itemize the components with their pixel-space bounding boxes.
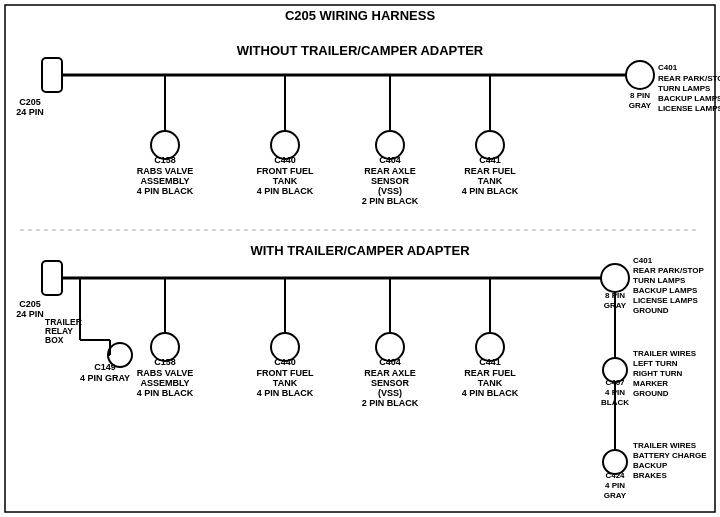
c440-s1-label4: 4 PIN BLACK — [257, 186, 314, 196]
c205-s2-label: C205 — [19, 299, 41, 309]
c424-desc2: BATTERY CHARGE — [633, 451, 707, 460]
c441-s1-label4: 4 PIN BLACK — [462, 186, 519, 196]
c205-s2-connector — [42, 261, 62, 295]
c440-s2-label1: C440 — [274, 357, 296, 367]
c205-s1-label: C205 — [19, 97, 41, 107]
c404-s2-label5: 2 PIN BLACK — [362, 398, 419, 408]
c401-s1-label: C401 — [658, 63, 678, 72]
c404-s1-connector — [376, 131, 404, 159]
c407-desc3: RIGHT TURN — [633, 369, 683, 378]
c441-s1-label2: REAR FUEL — [464, 166, 516, 176]
c401-s1-pinlabel: 8 PIN — [630, 91, 650, 100]
trailer-relay-label1: TRAILER — [45, 317, 82, 327]
c205-s1-connector — [42, 58, 62, 92]
c404-s1-label2: REAR AXLE — [364, 166, 416, 176]
c441-s1-label3: TANK — [478, 176, 503, 186]
c401-s1-pin2: TURN LAMPS — [658, 84, 711, 93]
c158-s2-label1: C158 — [154, 357, 176, 367]
c401-s2-desc3: BACKUP LAMPS — [633, 286, 698, 295]
c401-s1-pin3: BACKUP LAMPS — [658, 94, 720, 103]
c401-s2-connector — [601, 264, 629, 292]
c407-desc5: GROUND — [633, 389, 669, 398]
c401-s2-desc2: TURN LAMPS — [633, 276, 686, 285]
c404-s2-connector — [376, 333, 404, 361]
c440-s1-label3: TANK — [273, 176, 298, 186]
c424-desc3: BACKUP — [633, 461, 668, 470]
c401-s2-desc4: LICENSE LAMPS — [633, 296, 699, 305]
c424-connector — [603, 450, 627, 474]
c440-s1-connector — [271, 131, 299, 159]
c401-s2-gray: GRAY — [604, 301, 627, 310]
c440-s1-label2: FRONT FUEL — [257, 166, 314, 176]
c407-desc4: MARKER — [633, 379, 668, 388]
c407-label1: C407 — [605, 378, 625, 387]
border — [5, 5, 715, 512]
c424-desc1: TRAILER WIRES — [633, 441, 697, 450]
c407-connector — [603, 358, 627, 382]
c440-s2-label3: TANK — [273, 378, 298, 388]
c441-s2-label2: REAR FUEL — [464, 368, 516, 378]
c404-s1-label1: C404 — [379, 155, 401, 165]
c158-s2-label2: RABS VALVE — [137, 368, 194, 378]
c441-s1-label1: C441 — [479, 155, 501, 165]
c407-desc1: TRAILER WIRES — [633, 349, 697, 358]
section1-label: WITHOUT TRAILER/CAMPER ADAPTER — [237, 43, 484, 58]
c424-label3: GRAY — [604, 491, 627, 500]
c149-label1: C149 — [94, 362, 116, 372]
c401-s1-pin1: REAR PARK/STOP — [658, 74, 720, 83]
c401-s1-pin4: LICENSE LAMPS — [658, 104, 720, 113]
c401-s1-connector — [626, 61, 654, 89]
trailer-relay-label2: RELAY — [45, 326, 73, 336]
c205-s2-pin: 24 PIN — [16, 309, 44, 319]
c149-label2: 4 PIN GRAY — [80, 373, 130, 383]
c440-s2-label4: 4 PIN BLACK — [257, 388, 314, 398]
c424-label2: 4 PIN — [605, 481, 625, 490]
c149-connector — [108, 343, 132, 367]
c441-s2-label4: 4 PIN BLACK — [462, 388, 519, 398]
c401-s2-desc1: REAR PARK/STOP — [633, 266, 704, 275]
c440-s2-connector — [271, 333, 299, 361]
c407-desc2: LEFT TURN — [633, 359, 678, 368]
c404-s1-label4: (VSS) — [378, 186, 402, 196]
trailer-relay-label3: BOX — [45, 335, 64, 345]
c401-s2-pinlabel: 8 PIN — [605, 291, 625, 300]
section2-label: WITH TRAILER/CAMPER ADAPTER — [250, 243, 470, 258]
c404-s2-label4: (VSS) — [378, 388, 402, 398]
c158-s1-label3: ASSEMBLY — [140, 176, 189, 186]
c158-s1-connector — [151, 131, 179, 159]
c404-s1-label3: SENSOR — [371, 176, 410, 186]
c441-s2-label1: C441 — [479, 357, 501, 367]
c404-s2-label3: SENSOR — [371, 378, 410, 388]
c441-s2-connector — [476, 333, 504, 361]
c158-s1-label2: RABS VALVE — [137, 166, 194, 176]
c404-s2-label1: C404 — [379, 357, 401, 367]
c401-s2-idlabel: C401 — [633, 256, 653, 265]
c404-s1-label5: 2 PIN BLACK — [362, 196, 419, 206]
c440-s1-label1: C440 — [274, 155, 296, 165]
c401-s1-gray: GRAY — [629, 101, 652, 110]
page-title: C205 WIRING HARNESS — [285, 8, 436, 23]
c407-label3: BLACK — [601, 398, 629, 407]
c441-s1-connector — [476, 131, 504, 159]
c401-s2-desc5: GROUND — [633, 306, 669, 315]
c424-label1: C424 — [605, 471, 625, 480]
c158-s2-label4: 4 PIN BLACK — [137, 388, 194, 398]
c407-label2: 4 PIN — [605, 388, 625, 397]
c404-s2-label2: REAR AXLE — [364, 368, 416, 378]
c205-s1-pin: 24 PIN — [16, 107, 44, 117]
c158-s2-label3: ASSEMBLY — [140, 378, 189, 388]
c441-s2-label3: TANK — [478, 378, 503, 388]
c158-s1-label1: C158 — [154, 155, 176, 165]
c158-s2-connector — [151, 333, 179, 361]
c424-desc4: BRAKES — [633, 471, 667, 480]
c440-s2-label2: FRONT FUEL — [257, 368, 314, 378]
c158-s1-label4: 4 PIN BLACK — [137, 186, 194, 196]
